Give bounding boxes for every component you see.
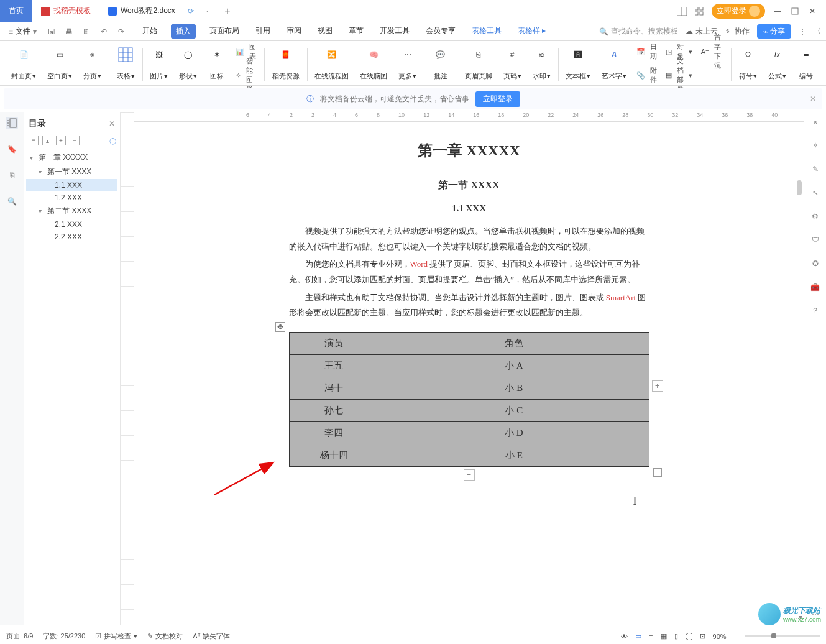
ribbon-smartart[interactable]: ✧ 智能图形 [236, 70, 258, 81]
document-page[interactable]: 第一章 XXXXX 第一节 XXXX 1.1 XXX 视频提供了功能强大的方法帮… [264, 128, 674, 600]
cloud-status[interactable]: ☁ 未上云 [686, 26, 717, 37]
side-help-icon[interactable]: ? [809, 305, 822, 317]
ribbon-textbox[interactable]: 🅰文本框▾ [561, 45, 595, 82]
ribbon-icon[interactable]: ✶图标 [203, 45, 231, 82]
document-canvas[interactable]: 642246810121416182022242628303234363840 … [134, 112, 804, 625]
tree-item-section1[interactable]: ▾第一节 XXXX [26, 165, 117, 179]
undo-icon[interactable]: ↶ [98, 25, 110, 38]
new-tab-button[interactable]: + [217, 6, 237, 17]
layout-icon[interactable] [677, 6, 687, 16]
tree-item-1-1[interactable]: 1.1 XXX [26, 179, 117, 191]
ribbon-watermark[interactable]: ≋水印▾ [528, 45, 556, 82]
menu-layout[interactable]: 页面布局 [207, 24, 242, 39]
bookmark-panel-icon[interactable]: ⎗ [6, 169, 18, 182]
view-web-icon[interactable]: ▦ [661, 632, 667, 640]
tree-item-chapter1[interactable]: ▾第一章 XXXXX [26, 150, 117, 165]
view-reading-icon[interactable]: ▯ [674, 632, 678, 640]
nav-collapse-all-icon[interactable]: ≡ [29, 136, 39, 145]
banner-login-button[interactable]: 立即登录 [475, 91, 520, 107]
status-words[interactable]: 字数: 25/2230 [43, 632, 85, 641]
menu-start[interactable]: 开始 [140, 24, 160, 39]
view-outline-icon[interactable]: ≡ [649, 633, 653, 640]
command-search[interactable]: 🔍 查找命令、搜索模板 [599, 26, 678, 37]
zoom-out-icon[interactable]: − [734, 633, 738, 640]
menu-table-style[interactable]: 表格样 ▸ [515, 24, 548, 39]
nav-refresh-icon[interactable]: ◯ [108, 136, 117, 145]
ribbon-attach[interactable]: 📎 附件 [636, 70, 657, 81]
side-select-icon[interactable]: ↖ [809, 186, 822, 199]
preview-icon[interactable]: 🗎 [80, 25, 93, 38]
menu-review[interactable]: 审阅 [284, 24, 304, 39]
doc-h1[interactable]: 第一章 XXXXX [289, 140, 649, 160]
ribbon-cap[interactable]: A≡ 首字下沉 [697, 45, 729, 82]
ribbon-date[interactable]: 📅 日期 [636, 46, 657, 57]
ribbon-chart-smartart[interactable]: 📊 图表 ✧ 智能图形 [232, 45, 262, 82]
scrollbar-thumb[interactable] [797, 180, 802, 195]
ribbon-chart[interactable]: 📊 图表 [236, 46, 258, 57]
table-move-handle-icon[interactable]: ✥ [275, 322, 285, 332]
nav-remove-icon[interactable]: − [70, 136, 80, 145]
tab-templates[interactable]: 找稻壳模板 [32, 0, 99, 22]
ribbon-numbering[interactable]: ≣编号 [792, 45, 820, 82]
side-settings-icon[interactable]: ⚙ [809, 210, 822, 223]
nav-close-icon[interactable]: ✕ [109, 119, 115, 128]
nav-add-icon[interactable]: + [56, 136, 66, 145]
close-tab-icon[interactable]: · [206, 7, 208, 16]
more-menu-icon[interactable]: ⋮ [799, 27, 806, 36]
ribbon-more[interactable]: ⋯更多▾ [393, 45, 421, 82]
ribbon-shape[interactable]: ◯形状▾ [174, 45, 202, 82]
ribbon-flowchart[interactable]: 🔀在线流程图 [310, 45, 354, 82]
status-spellcheck[interactable]: ☑ 拼写检查 ▾ [95, 632, 137, 641]
side-protect-icon[interactable]: 🛡 [809, 234, 822, 246]
collapse-ribbon-icon[interactable]: 〈 [814, 26, 821, 37]
tab-sync-icon[interactable]: ⟳ [188, 7, 194, 16]
redo-icon[interactable]: ↷ [115, 25, 127, 38]
table-resize-handle-icon[interactable] [653, 468, 662, 477]
side-tools-icon[interactable]: 🧰 [809, 281, 822, 293]
file-menu[interactable]: ≡文件▾ [5, 25, 40, 38]
banner-close-icon[interactable]: ✕ [810, 94, 816, 103]
ribbon-comment[interactable]: 💬批注 [427, 45, 454, 82]
tree-item-section2[interactable]: ▾第二节 XXXX [26, 204, 117, 218]
ribbon-wordart[interactable]: A艺术字▾ [597, 45, 631, 82]
menu-table-tools[interactable]: 表格工具 [469, 24, 504, 39]
doc-paragraph[interactable]: 主题和样式也有助于文档保持协调。当您单击设计并选择新的主题时，图片、图表或 Sm… [289, 290, 649, 321]
tree-item-2-2[interactable]: 2.2 XXX [26, 231, 117, 243]
menu-insert[interactable]: 插入 [171, 24, 196, 39]
ribbon-table[interactable]: 表格▾ [112, 45, 140, 82]
login-pill[interactable]: 立即登录 [712, 4, 765, 19]
close-window-icon[interactable]: ✕ [807, 6, 817, 16]
side-translate-icon[interactable]: ✪ [809, 257, 822, 270]
menu-dev[interactable]: 开发工具 [377, 24, 412, 39]
document-table[interactable]: 演员角色 王五小 A 冯十小 B 孙七小 C 李四小 D 杨十四小 E [289, 332, 649, 467]
view-page-icon[interactable]: ▭ [635, 632, 641, 640]
tree-item-1-2[interactable]: 1.2 XXX [26, 191, 117, 204]
ribbon-blank-page[interactable]: ▭空白页▾ [42, 45, 77, 82]
doc-h2[interactable]: 第一节 XXXX [289, 179, 649, 192]
ribbon-mindmap[interactable]: 🧠在线脑图 [355, 45, 392, 82]
tree-item-2-1[interactable]: 2.1 XXX [26, 218, 117, 231]
doc-h3[interactable]: 1.1 XXX [289, 203, 649, 214]
ribbon-formula[interactable]: fx公式▾ [763, 45, 791, 82]
status-missing-font[interactable]: Aᵀ 缺失字体 [193, 632, 229, 641]
table-add-column-icon[interactable]: + [652, 380, 663, 392]
menu-view[interactable]: 视图 [315, 24, 335, 39]
view-fullscreen-icon[interactable]: ⛶ [686, 633, 692, 640]
ribbon-docparts[interactable]: ▤ 文档部件▾ [666, 70, 692, 81]
status-read-mode-icon[interactable]: 👁 [621, 633, 628, 640]
nav-up-icon[interactable]: ▴ [42, 136, 52, 145]
menu-vip[interactable]: 会员专享 [423, 24, 458, 39]
menu-chapter[interactable]: 章节 [346, 24, 366, 39]
doc-paragraph[interactable]: 为使您的文档具有专业外观，Word 提供了页眉、页脚、封面和文本框设计，这些设计… [289, 257, 649, 287]
search-panel-icon[interactable]: 🔍 [6, 195, 18, 208]
zoom-slider[interactable] [745, 635, 820, 637]
side-style-icon[interactable]: ✧ [809, 139, 822, 152]
collab-button[interactable]: ᯤ 协作 [725, 26, 750, 37]
ribbon-daoke[interactable]: 🧧稻壳资源 [267, 45, 305, 82]
zoom-fit-icon[interactable]: ⊡ [700, 632, 705, 640]
ribbon-pagenum[interactable]: #页码▾ [498, 45, 526, 82]
ribbon-picture[interactable]: 🖼图片▾ [145, 45, 173, 82]
doc-paragraph[interactable]: 视频提供了功能强大的方法帮助您证明您的观点。当您单击联机视频时，可以在想要添加的… [289, 224, 649, 254]
ribbon-page-break[interactable]: ⎆分页▾ [78, 45, 106, 82]
maximize-icon[interactable] [790, 6, 800, 16]
